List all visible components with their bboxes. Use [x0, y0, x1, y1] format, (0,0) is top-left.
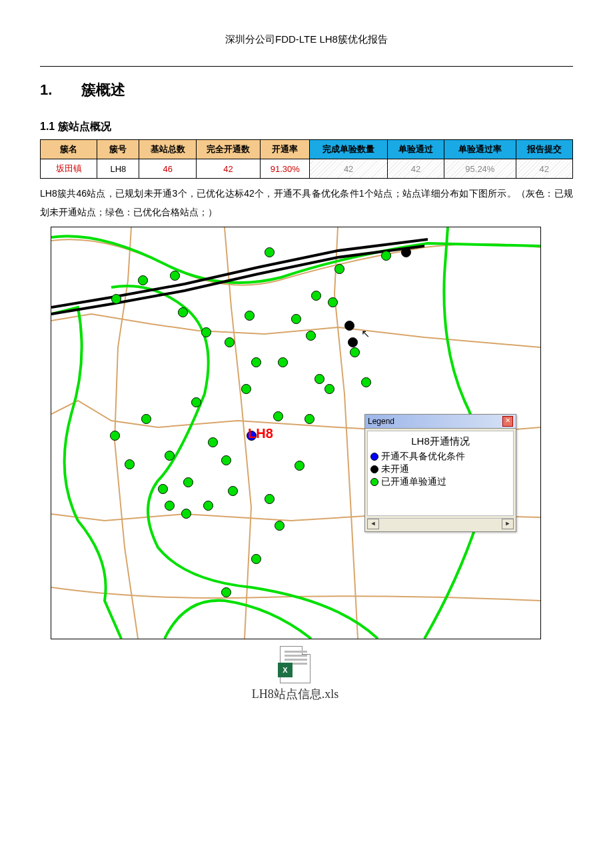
td-fully-opened: 42: [196, 159, 260, 179]
legend-item-label: 未开通: [381, 463, 409, 475]
station-dot: [178, 307, 188, 317]
table-header-row: 簇名 簇号 基站总数 完全开通数 开通率 完成单验数量 单验通过 单验通过率 报…: [41, 140, 573, 159]
legend-item: 开通不具备优化条件: [370, 451, 510, 463]
attachment[interactable]: X LH8站点信息.xls: [51, 646, 540, 702]
site-map: LH8 ↖ Legend ✕ LH8开通情况 开通不具备优化条件 未开通 已开通…: [51, 227, 541, 639]
table-row: 坂田镇 LH8 46 42 91.30% 42 42 95.24% 42: [41, 159, 573, 179]
station-dot: [165, 501, 175, 511]
station-dot: [251, 357, 261, 367]
divider: [40, 66, 573, 67]
legend-titlebar[interactable]: Legend ✕: [365, 415, 516, 429]
th-open-rate: 开通率: [261, 140, 310, 159]
station-dot: [291, 314, 301, 324]
station-dot: [265, 494, 275, 504]
page-header: 深圳分公司FDD-LTE LH8簇优化报告: [40, 33, 573, 46]
station-dot: [344, 321, 354, 331]
legend-window-title: Legend: [368, 417, 502, 426]
station-dot: [125, 459, 135, 469]
station-dot: [314, 374, 324, 384]
td-cluster-name: 坂田镇: [41, 159, 97, 179]
station-dot: [221, 455, 231, 465]
legend-item-label: 已开通单验通过: [381, 476, 446, 488]
station-dot: [278, 357, 288, 367]
station-dot: [401, 247, 411, 257]
station-dot: [273, 411, 283, 421]
station-dot: [208, 437, 218, 447]
station-dot: [334, 264, 344, 274]
station-dot: [183, 477, 193, 487]
legend-item: 未开通: [370, 463, 510, 475]
scroll-left-icon[interactable]: ◄: [367, 519, 379, 529]
td-open-rate: 91.30%: [261, 159, 310, 179]
th-cluster-id: 簇号: [97, 140, 139, 159]
scroll-right-icon[interactable]: ►: [502, 519, 514, 529]
station-dot: [203, 501, 213, 511]
th-cluster-name: 簇名: [41, 140, 97, 159]
station-dot: [158, 484, 168, 494]
station-dot: [201, 327, 211, 337]
td-cluster-id: LH8: [97, 159, 139, 179]
document-page: 深圳分公司FDD-LTE LH8簇优化报告 1. 簇概述 1.1 簇站点概况 簇…: [0, 0, 613, 868]
td-station-total: 46: [139, 159, 196, 179]
station-dot: [191, 397, 201, 407]
station-dot: [225, 337, 235, 347]
station-dot: [241, 384, 251, 394]
dot-icon: [370, 478, 378, 486]
station-dot: [251, 554, 261, 564]
station-dot: [306, 331, 316, 341]
heading-2: 1.1 簇站点概况: [40, 120, 573, 134]
excel-icon: X: [280, 646, 310, 683]
th-verify-pass: 单验通过: [387, 140, 444, 159]
xls-file[interactable]: X LH8站点信息.xls: [252, 646, 339, 702]
legend-body: LH8开通情况 开通不具备优化条件 未开通 已开通单验通过: [367, 431, 514, 516]
summary-table: 簇名 簇号 基站总数 完全开通数 开通率 完成单验数量 单验通过 单验通过率 报…: [40, 139, 573, 179]
station-dot: [328, 297, 338, 307]
station-dot: [111, 294, 121, 304]
station-dot: [170, 271, 180, 281]
station-dot: [181, 509, 191, 519]
td-verify-pass: 42: [387, 159, 444, 179]
station-dot: [381, 251, 391, 261]
station-dot: [165, 451, 175, 461]
th-verify-count: 完成单验数量: [310, 140, 387, 159]
th-verify-rate: 单验通过率: [444, 140, 516, 159]
station-dot: [228, 486, 238, 496]
legend-item: 已开通单验通过: [370, 476, 510, 488]
td-verify-rate: 95.24%: [444, 159, 516, 179]
cluster-label: LH8: [248, 426, 273, 441]
station-dot: [324, 384, 334, 394]
attachment-filename: LH8站点信息.xls: [252, 686, 339, 702]
station-dot: [350, 347, 360, 357]
heading-1: 1. 簇概述: [40, 80, 573, 100]
close-icon[interactable]: ✕: [502, 416, 513, 427]
station-dot: [311, 291, 321, 301]
station-dot: [141, 414, 151, 424]
td-report-submit: 42: [516, 159, 572, 179]
station-dot: [305, 414, 314, 424]
description-paragraph: LH8簇共46站点，已规划未开通3个，已优化达标42个，开通不具备优化条件1个站…: [40, 184, 573, 221]
dot-icon: [370, 465, 378, 473]
th-fully-opened: 完全开通数: [196, 140, 260, 159]
legend-item-label: 开通不具备优化条件: [381, 451, 465, 463]
station-dot: [245, 311, 255, 321]
td-verify-count: 42: [310, 159, 387, 179]
station-dot: [138, 275, 148, 285]
station-dot: [361, 377, 371, 387]
legend-title: LH8开通情况: [370, 435, 510, 448]
station-dot: [295, 461, 305, 471]
legend-window[interactable]: Legend ✕ LH8开通情况 开通不具备优化条件 未开通 已开通单验通过 ◄…: [364, 414, 516, 532]
station-dot: [221, 587, 231, 597]
station-dot: [275, 521, 285, 531]
station-dot: [110, 431, 120, 441]
station-dot: [265, 247, 275, 257]
th-report-submit: 报告提交: [516, 140, 572, 159]
legend-scrollbar[interactable]: ◄ ►: [367, 518, 514, 529]
dot-icon: [370, 453, 378, 461]
th-station-total: 基站总数: [139, 140, 196, 159]
station-dot: [348, 337, 358, 347]
